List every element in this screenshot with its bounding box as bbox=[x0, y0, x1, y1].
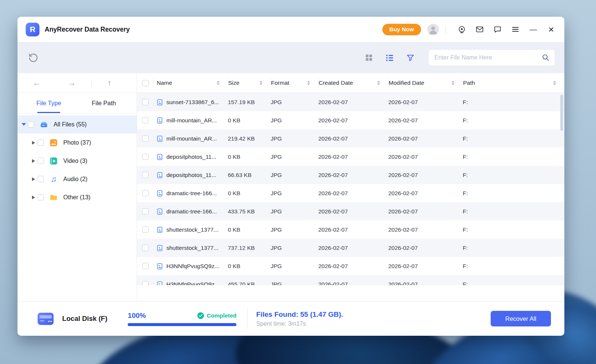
account-avatar[interactable] bbox=[427, 24, 439, 35]
file-name: H3NNfqPvugSQ9z... bbox=[166, 263, 219, 270]
table-row[interactable]: depositphotos_11... 0 KB JPG 2026-02-07 … bbox=[137, 148, 564, 166]
header-path[interactable]: Path bbox=[463, 78, 564, 88]
caret-right-icon[interactable] bbox=[32, 159, 35, 163]
filter-icon bbox=[406, 54, 415, 62]
file-path: F: bbox=[463, 281, 564, 286]
file-size: 455.70 KB bbox=[228, 281, 271, 286]
sort-icon[interactable] bbox=[553, 81, 556, 86]
table-row[interactable]: shutterstock_1377... 737.12 KB JPG 2026-… bbox=[137, 239, 564, 257]
file-size: 0 KB bbox=[228, 190, 271, 197]
sort-icon[interactable] bbox=[259, 81, 262, 86]
sidebar-nav-row: ← → ↑ bbox=[17, 73, 137, 93]
table-row[interactable]: H3NNfqPvugSQ9z... 0 KB JPG 2026-02-07 20… bbox=[137, 257, 564, 275]
header-size[interactable]: Size bbox=[228, 78, 271, 88]
menu-icon[interactable] bbox=[511, 25, 520, 34]
tree-item-video[interactable]: Video (3) bbox=[17, 152, 137, 170]
undo-button[interactable] bbox=[28, 53, 38, 63]
nav-up-button[interactable]: ↑ bbox=[105, 79, 114, 87]
tree-checkbox[interactable] bbox=[28, 121, 34, 128]
row-checkbox[interactable] bbox=[142, 190, 149, 196]
list-view-button[interactable] bbox=[385, 54, 394, 62]
file-modified-date: 2026-02-07 bbox=[388, 281, 463, 286]
tree-item-all-files[interactable]: All Files (55) bbox=[17, 115, 137, 133]
tree-checkbox[interactable] bbox=[38, 139, 44, 146]
image-file-icon bbox=[156, 281, 163, 286]
support-icon[interactable] bbox=[458, 25, 466, 34]
row-checkbox[interactable] bbox=[142, 99, 149, 105]
header-label: Name bbox=[157, 80, 172, 86]
table-row[interactable]: dramatic-tree-166... 433.75 KB JPG 2026-… bbox=[137, 202, 564, 220]
select-all-checkbox[interactable] bbox=[142, 80, 149, 86]
caret-right-icon[interactable] bbox=[32, 141, 35, 145]
tree-item-other[interactable]: Other (13) bbox=[17, 188, 137, 206]
all-files-icon bbox=[40, 120, 48, 129]
search-input[interactable] bbox=[434, 54, 542, 61]
caret-down-icon[interactable] bbox=[22, 123, 26, 126]
row-checkbox[interactable] bbox=[142, 135, 149, 142]
file-path: F: bbox=[463, 99, 564, 106]
row-checkbox[interactable] bbox=[142, 226, 149, 233]
progress-bar bbox=[128, 323, 236, 326]
sort-icon[interactable] bbox=[452, 81, 455, 86]
titlebar-divider bbox=[446, 25, 446, 33]
chat-icon[interactable] bbox=[493, 25, 502, 34]
file-modified-date: 2026-02-07 bbox=[388, 117, 463, 124]
search-icon[interactable] bbox=[542, 54, 550, 62]
tree-item-audio[interactable]: ♫ Audio (2) bbox=[17, 170, 137, 188]
caret-right-icon[interactable] bbox=[32, 177, 35, 181]
tree-checkbox[interactable] bbox=[38, 194, 44, 200]
check-circle-icon bbox=[197, 312, 204, 319]
row-checkbox[interactable] bbox=[142, 154, 149, 160]
close-button[interactable]: × bbox=[547, 25, 555, 34]
header-modified-date[interactable]: Modified Date bbox=[388, 78, 463, 88]
table-row[interactable]: mill-mountain_AR... 219.42 KB JPG 2026-0… bbox=[137, 129, 564, 148]
tree-item-photo[interactable]: Photo (37) bbox=[17, 133, 137, 152]
row-checkbox[interactable] bbox=[142, 172, 149, 178]
file-modified-date: 2026-02-07 bbox=[388, 135, 463, 142]
header-label: Path bbox=[463, 80, 475, 86]
file-size: 219.42 KB bbox=[228, 135, 271, 142]
header-name[interactable]: Name bbox=[153, 78, 228, 88]
table-row[interactable]: shutterstock_1377... 0 KB JPG 2026-02-07… bbox=[137, 220, 564, 239]
file-format: JPG bbox=[271, 208, 318, 215]
mail-icon[interactable] bbox=[475, 25, 484, 34]
row-checkbox[interactable] bbox=[142, 208, 149, 215]
row-checkbox[interactable] bbox=[142, 281, 149, 285]
recover-all-button[interactable]: Recover All bbox=[491, 311, 551, 326]
file-format: JPG bbox=[271, 135, 318, 142]
nav-forward-button[interactable]: → bbox=[67, 79, 76, 87]
sort-icon[interactable] bbox=[307, 81, 310, 86]
table-row[interactable]: H3NNfqPvugSQ9z... 455.70 KB JPG 2026-02-… bbox=[137, 275, 564, 285]
nav-back-button[interactable]: ← bbox=[32, 79, 41, 87]
caret-right-icon[interactable] bbox=[32, 196, 35, 199]
row-checkbox[interactable] bbox=[142, 263, 149, 269]
table-row[interactable]: dramatic-tree-166... 0 KB JPG 2026-02-07… bbox=[137, 184, 564, 202]
grid-view-button[interactable] bbox=[365, 54, 373, 62]
photo-icon bbox=[50, 139, 58, 147]
file-size: 66.63 KB bbox=[228, 172, 271, 178]
file-modified-date: 2026-02-07 bbox=[388, 172, 463, 178]
file-name: shutterstock_1377... bbox=[166, 226, 219, 233]
table-row[interactable]: depositphotos_11... 66.63 KB JPG 2026-02… bbox=[137, 166, 564, 184]
table-row[interactable]: mill-mountain_AR... 0 KB JPG 2026-02-07 … bbox=[137, 111, 564, 129]
file-path: F: bbox=[463, 263, 564, 270]
sort-icon[interactable] bbox=[377, 81, 380, 86]
header-format[interactable]: Format bbox=[271, 78, 318, 88]
tab-file-type[interactable]: File Type bbox=[21, 93, 76, 113]
tree-item-label: Video (3) bbox=[63, 158, 87, 164]
file-path: F: bbox=[463, 190, 564, 197]
tree-checkbox[interactable] bbox=[38, 176, 44, 182]
row-checkbox[interactable] bbox=[142, 117, 149, 123]
minimize-button[interactable]: — bbox=[529, 25, 538, 34]
table-row[interactable]: sunset-7133867_6... 157.19 KB JPG 2026-0… bbox=[137, 93, 564, 111]
buy-now-button[interactable]: Buy Now bbox=[382, 24, 421, 35]
file-name: H3NNfqPvugSQ9z... bbox=[166, 281, 219, 286]
filter-button[interactable] bbox=[406, 54, 415, 62]
tab-file-path[interactable]: File Path bbox=[76, 93, 131, 113]
row-checkbox[interactable] bbox=[142, 245, 149, 251]
sidebar-tabs: File Type File Path bbox=[17, 93, 137, 113]
tree-checkbox[interactable] bbox=[38, 158, 44, 164]
scrollbar-thumb[interactable] bbox=[560, 95, 563, 131]
sort-icon[interactable] bbox=[217, 81, 220, 86]
header-created-date[interactable]: Created Date bbox=[318, 78, 388, 88]
